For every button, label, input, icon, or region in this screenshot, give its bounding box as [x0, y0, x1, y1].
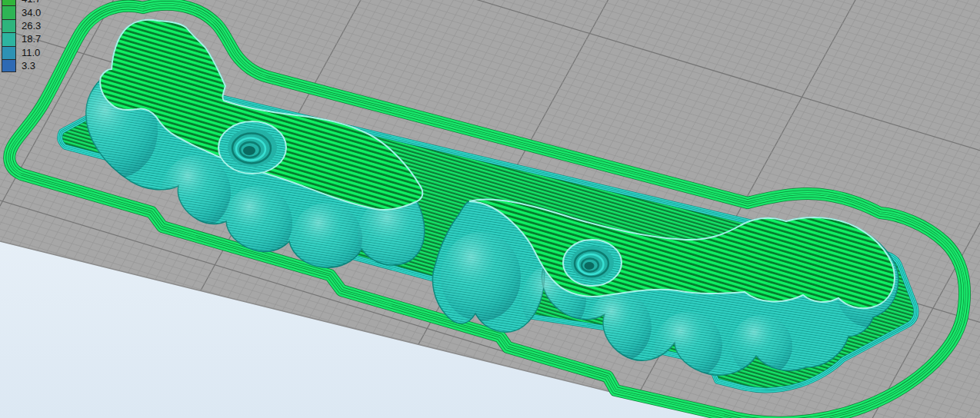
legend-row: 34.0 [2, 5, 41, 18]
legend-row: 11.0 [2, 46, 41, 59]
legend-swatch [2, 59, 16, 72]
slicer-preview-window: 41.7 34.0 26.3 18.7 11.0 3.3 [0, 0, 980, 418]
legend-row: 26.3 [2, 19, 41, 32]
build-plate-3d-view[interactable] [0, 0, 980, 418]
legend-swatch [2, 46, 16, 59]
part-left-hole [218, 121, 286, 174]
legend-label: 26.3 [22, 20, 41, 32]
legend-swatch [2, 5, 16, 18]
legend-label: 18.7 [22, 33, 41, 45]
legend-row: 18.7 [2, 32, 41, 45]
legend-label: 41.7 [22, 0, 41, 5]
legend-row: 41.7 [2, 0, 41, 5]
speed-legend: 41.7 34.0 26.3 18.7 11.0 3.3 [2, 0, 41, 72]
legend-swatch [2, 32, 16, 45]
legend-swatch [2, 0, 16, 5]
legend-label: 11.0 [22, 47, 40, 58]
part-right-hole [563, 240, 622, 286]
legend-label: 34.0 [22, 7, 41, 18]
legend-label: 3.3 [22, 60, 35, 71]
legend-swatch [2, 19, 16, 32]
legend-row: 3.3 [2, 59, 41, 72]
